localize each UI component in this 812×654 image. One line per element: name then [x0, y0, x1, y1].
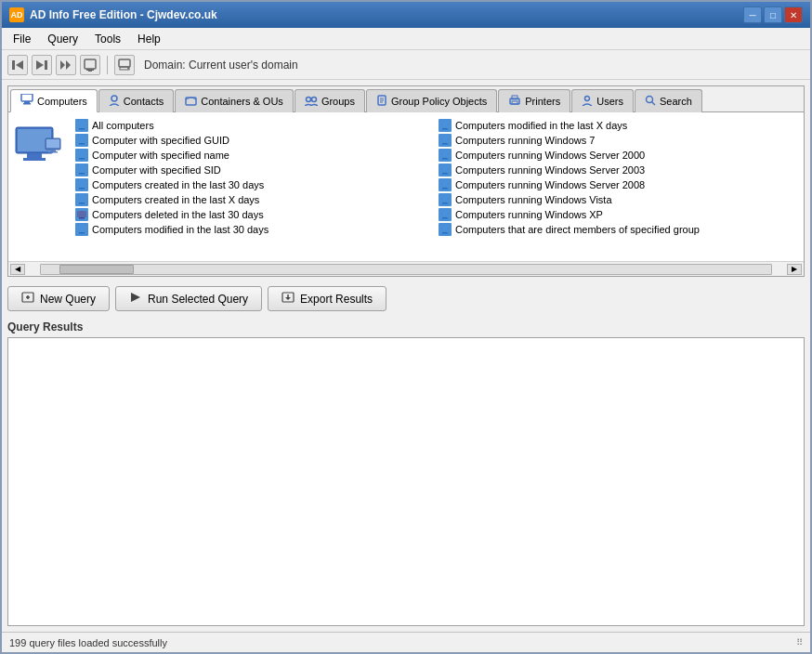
tab-users-label: Users	[596, 96, 623, 107]
toolbar-btn-5[interactable]	[114, 55, 135, 75]
tab-computers[interactable]: Computers	[10, 89, 98, 112]
close-button[interactable]: ✕	[784, 7, 803, 23]
tab-printers-label: Printers	[525, 96, 560, 107]
query-item[interactable]: Computers modified in the last X days	[435, 118, 798, 133]
tab-users[interactable]: Users	[571, 89, 634, 112]
horizontal-scrollbar-area: ◀ ▶	[8, 261, 804, 276]
query-icon	[439, 193, 452, 206]
query-icon	[439, 178, 452, 191]
query-item[interactable]: Computers running Windows Vista	[435, 192, 798, 207]
svg-rect-60	[442, 173, 448, 175]
tab-gpo[interactable]: Group Policy Objects	[366, 89, 497, 112]
query-label: Computer with specified GUID	[92, 135, 229, 146]
svg-rect-55	[440, 137, 450, 143]
query-item[interactable]: Computers created in the last X days	[72, 192, 435, 207]
scroll-left-button[interactable]: ◀	[10, 264, 25, 275]
svg-rect-50	[79, 217, 85, 219]
tab-containers[interactable]: Containers & OUs	[175, 89, 294, 112]
query-item[interactable]: Computers running Windows Server 2008	[435, 177, 798, 192]
svg-rect-48	[79, 203, 85, 204]
svg-marker-5	[66, 60, 71, 70]
query-item[interactable]: Computers running Windows 7	[435, 133, 798, 148]
svg-rect-38	[79, 128, 85, 130]
menu-query[interactable]: Query	[40, 31, 85, 47]
svg-rect-6	[85, 59, 96, 69]
svg-rect-57	[440, 151, 450, 158]
svg-marker-4	[60, 60, 65, 70]
toolbar-btn-3[interactable]	[56, 55, 76, 75]
svg-rect-62	[442, 188, 448, 190]
svg-point-26	[585, 96, 590, 100]
menu-tools[interactable]: Tools	[87, 31, 128, 47]
query-item[interactable]: Computer with specified name	[72, 148, 435, 163]
tab-contacts[interactable]: Contacts	[98, 89, 174, 112]
computer-large-icon	[14, 122, 62, 170]
svg-rect-44	[79, 173, 85, 175]
query-icon	[439, 119, 452, 132]
query-item[interactable]: Computers running Windows Server 2003	[435, 163, 798, 177]
run-selected-query-button[interactable]: Run Selected Query	[115, 286, 262, 311]
toolbar-btn-2[interactable]	[32, 55, 52, 75]
query-icon	[75, 193, 88, 206]
query-label: Computers that are direct members of spe…	[455, 224, 700, 235]
query-label: Computers modified in the last 30 days	[92, 224, 268, 235]
query-item[interactable]: Computers created in the last 30 days	[72, 177, 435, 192]
maximize-button[interactable]: □	[764, 7, 782, 23]
results-box[interactable]	[7, 337, 805, 626]
query-item[interactable]: Computers running Windows XP	[435, 207, 798, 222]
toolbar-btn-4[interactable]	[80, 55, 100, 75]
tab-printers[interactable]: Printers	[498, 89, 570, 112]
resize-handle[interactable]: ⠿	[796, 637, 803, 647]
toolbar-btn-1[interactable]	[7, 55, 28, 75]
menu-help[interactable]: Help	[130, 31, 168, 47]
svg-rect-58	[442, 158, 448, 160]
svg-rect-43	[77, 166, 86, 173]
query-item[interactable]: Computer with specified GUID	[72, 133, 435, 148]
groups-tab-icon	[305, 95, 318, 109]
svg-point-18	[311, 97, 316, 101]
svg-rect-14	[23, 103, 31, 105]
minimize-button[interactable]: ─	[743, 7, 762, 23]
query-list-area: All computers Computer with specified GU…	[8, 112, 804, 261]
new-query-label: New Query	[40, 293, 96, 306]
svg-rect-42	[79, 158, 85, 160]
results-section-label: Query Results	[7, 320, 805, 334]
query-label: Computer with specified name	[92, 150, 229, 161]
tab-groups[interactable]: Groups	[295, 89, 365, 112]
query-item[interactable]: Computers modified in the last 30 days	[72, 222, 435, 237]
query-item[interactable]: Computers running Windows Server 2000	[435, 148, 798, 163]
query-item[interactable]: Computers that are direct members of spe…	[435, 222, 798, 237]
tabs-panel: Computers Contacts Containers & OUs	[7, 85, 805, 277]
query-columns: All computers Computer with specified GU…	[72, 118, 798, 237]
svg-point-15	[111, 96, 117, 101]
svg-rect-37	[77, 122, 86, 128]
query-item[interactable]: Computers deleted in the last 30 days	[72, 207, 435, 222]
query-label: Computers modified in the last X days	[455, 120, 627, 131]
scrollbar-thumb[interactable]	[59, 265, 134, 274]
svg-line-28	[651, 101, 655, 105]
status-bar: 199 query files loaded successfully ⠿	[2, 632, 810, 652]
menu-file[interactable]: File	[6, 31, 38, 47]
export-results-button[interactable]: Export Results	[268, 286, 386, 311]
tab-search[interactable]: Search	[635, 89, 702, 112]
query-label: Computers running Windows Server 2003	[455, 164, 645, 176]
query-icon	[75, 134, 88, 147]
query-label: Computers running Windows Vista	[455, 194, 612, 205]
scroll-right-button[interactable]: ▶	[787, 264, 802, 275]
printers-tab-icon	[508, 95, 521, 109]
svg-rect-54	[442, 128, 448, 130]
query-item[interactable]: Computer with specified SID	[72, 163, 435, 177]
main-content: Computers Contacts Containers & OUs	[2, 80, 810, 632]
query-icon	[75, 164, 88, 177]
query-icon	[75, 149, 88, 162]
query-right-column: Computers modified in the last X days Co…	[435, 118, 798, 237]
new-query-button[interactable]: New Query	[7, 286, 110, 311]
svg-rect-36	[48, 151, 58, 153]
toolbar-separator	[107, 56, 108, 74]
query-label: Computer with specified SID	[92, 164, 221, 176]
svg-rect-49	[77, 211, 86, 217]
svg-marker-75	[285, 297, 291, 300]
horizontal-scrollbar[interactable]	[40, 264, 772, 275]
query-label: Computers running Windows XP	[455, 209, 603, 220]
query-item[interactable]: All computers	[72, 118, 435, 133]
